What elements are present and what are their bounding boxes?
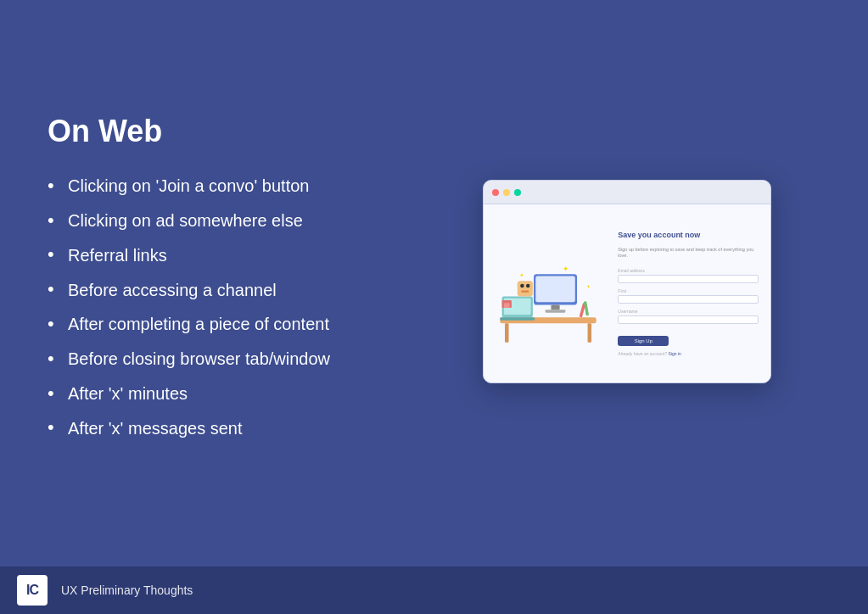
browser-bar <box>484 181 770 204</box>
svg-rect-5 <box>552 305 560 310</box>
svg-rect-10 <box>518 281 533 296</box>
bottom-bar: IC UX Preliminary Thoughts <box>0 567 868 614</box>
bullet-item-7: After 'x' messages sent <box>48 415 434 441</box>
dot-green <box>514 189 521 196</box>
bullet-item-6: After 'x' minutes <box>48 381 434 407</box>
section-title: On Web <box>48 114 434 149</box>
bullet-item-5: Before closing browser tab/window <box>48 346 434 372</box>
first-input[interactable] <box>618 295 759 304</box>
username-label: Username <box>618 309 759 314</box>
svg-rect-9 <box>501 317 535 320</box>
svg-rect-4 <box>536 276 575 303</box>
dot-yellow <box>503 189 510 196</box>
right-section: ✦ ✦ ✦ Save you account now Sign up befor… <box>434 180 821 383</box>
form-subtitle: Sign up before exploring to save and kee… <box>618 247 759 260</box>
footer-text: Already have an account? <box>618 351 667 356</box>
form-footer: Already have an account? Sign in <box>618 351 759 356</box>
svg-text:✦: ✦ <box>519 272 524 278</box>
svg-rect-6 <box>546 310 566 312</box>
email-input[interactable] <box>618 275 759 283</box>
svg-text:✦: ✦ <box>563 265 569 273</box>
browser-illustration: ✦ ✦ ✦ <box>484 204 613 382</box>
left-section: On Web Clicking on 'Join a convo' button… <box>48 114 434 449</box>
bullet-item-4: After completing a piece of content <box>48 311 434 338</box>
bullet-item-3: Before accessing a channel <box>48 276 434 303</box>
svg-rect-1 <box>505 323 509 343</box>
svg-point-12 <box>526 284 530 288</box>
svg-text:✦: ✦ <box>587 284 591 289</box>
form-field-first: First <box>618 288 759 304</box>
signin-link[interactable]: Sign in <box>669 351 681 356</box>
illustration-svg: ✦ ✦ ✦ <box>490 211 606 376</box>
browser-mockup: ✦ ✦ ✦ Save you account now Sign up befor… <box>483 180 771 383</box>
form-field-email: Email address <box>618 268 759 283</box>
form-title: Save you account now <box>618 231 759 240</box>
bullet-item-2: Referral links <box>48 242 434 268</box>
svg-point-11 <box>520 284 524 288</box>
first-label: First <box>618 288 759 293</box>
dot-red <box>492 189 499 196</box>
bullet-list: Clicking on 'Join a convo' buttonClickin… <box>48 173 434 441</box>
browser-content: ✦ ✦ ✦ Save you account now Sign up befor… <box>484 204 770 382</box>
username-input[interactable] <box>618 315 759 324</box>
signup-button[interactable]: Sign Up <box>618 336 669 346</box>
email-label: Email address <box>618 268 759 273</box>
svg-rect-17 <box>504 303 510 308</box>
form-field-username: Username <box>618 309 759 324</box>
bullet-item-0: Clicking on 'Join a convo' button <box>48 173 434 199</box>
footer-tagline: UX Preliminary Thoughts <box>61 583 193 597</box>
logo: IC <box>17 575 48 606</box>
svg-rect-2 <box>588 323 592 343</box>
main-content: On Web Clicking on 'Join a convo' button… <box>0 0 868 614</box>
bullet-item-1: Clicking on ad somewhere else <box>48 208 434 234</box>
svg-rect-13 <box>522 291 529 293</box>
browser-form: Save you account now Sign up before expl… <box>613 204 770 382</box>
